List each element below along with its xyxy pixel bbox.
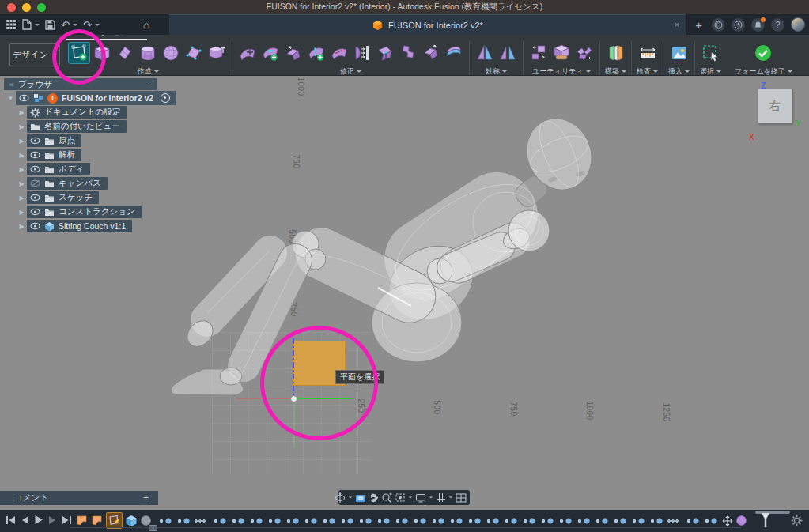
eye-off-icon[interactable] xyxy=(30,179,40,187)
chevron-right-icon[interactable]: ▶ xyxy=(17,166,27,173)
chevron-right-icon[interactable]: ▶ xyxy=(17,223,27,230)
look-at-icon[interactable] xyxy=(355,493,366,503)
canvas-feature-icon[interactable] xyxy=(76,515,89,526)
document-tab[interactable]: FUISON for Interior2 v2* xyxy=(169,14,686,35)
quadball-icon[interactable] xyxy=(183,43,204,63)
timeline-track[interactable] xyxy=(70,527,741,528)
fit-icon[interactable] xyxy=(395,492,406,503)
form-feature-selected[interactable] xyxy=(106,512,123,529)
collapse-panel-icon[interactable]: « xyxy=(9,81,13,89)
timeline-feature-dots[interactable] xyxy=(157,514,720,528)
mirror-internal-icon[interactable] xyxy=(474,43,495,63)
redo-icon[interactable]: ↷ xyxy=(83,20,92,30)
thicken-icon[interactable] xyxy=(444,43,464,63)
insert-edge-icon[interactable] xyxy=(306,43,327,63)
group-utilities-label[interactable]: ユーティリティ xyxy=(532,66,590,77)
new-tab-button[interactable]: + xyxy=(695,18,702,32)
chevron-right-icon[interactable]: ▶ xyxy=(17,180,27,187)
edit-form-icon[interactable] xyxy=(237,43,258,63)
undo-caret[interactable] xyxy=(73,24,77,26)
recent-clock-icon[interactable] xyxy=(732,18,745,32)
mirror-duplicate-icon[interactable] xyxy=(497,43,518,63)
browser-item-bodies[interactable]: ▶ ボディ xyxy=(17,163,176,175)
measure-icon[interactable] xyxy=(637,43,658,63)
body-feature-icon[interactable] xyxy=(125,515,138,527)
chevron-right-icon[interactable]: ▶ xyxy=(17,209,27,216)
skip-end-icon[interactable] xyxy=(62,515,72,525)
group-inspect-label[interactable]: 検査 xyxy=(637,66,658,77)
comment-bar[interactable]: コメント + xyxy=(0,491,158,505)
bridge-icon[interactable] xyxy=(398,43,418,63)
subdivide-icon[interactable] xyxy=(329,43,350,63)
browser-root-row[interactable]: ▼ ! FUISON for Interior2 v2 xyxy=(4,92,176,104)
play-icon[interactable] xyxy=(34,515,43,525)
finish-form-icon[interactable] xyxy=(753,43,773,63)
collapsed-features-icon[interactable] xyxy=(665,514,682,528)
grid-settings-caret[interactable] xyxy=(449,496,453,498)
chevron-right-icon[interactable]: ▶ xyxy=(17,123,27,130)
cylinder-icon[interactable] xyxy=(138,43,158,63)
browser-item-document-settings[interactable]: ▶ ドキュメントの設定 xyxy=(17,106,176,119)
timeline-settings-gear-icon[interactable] xyxy=(791,515,803,526)
collapsed-features-icon[interactable] xyxy=(192,514,210,528)
group-select-label[interactable]: 選択 xyxy=(700,66,721,77)
select-icon[interactable] xyxy=(701,43,721,63)
finish-form-label[interactable]: フォームを終了 xyxy=(735,66,792,77)
undo-icon[interactable]: ↶ xyxy=(61,20,70,30)
user-avatar[interactable] xyxy=(791,17,805,32)
group-create-label[interactable]: 作成 xyxy=(138,66,159,77)
add-comment-button[interactable]: + xyxy=(143,492,149,504)
crease-icon[interactable] xyxy=(283,43,304,63)
convert-icon[interactable] xyxy=(528,43,549,63)
eye-icon[interactable] xyxy=(30,137,40,145)
group-symmetry-label[interactable]: 対称 xyxy=(486,66,507,77)
eye-icon[interactable] xyxy=(30,194,40,202)
browser-item-sketches[interactable]: ▶ スケッチ xyxy=(17,191,176,204)
redo-caret[interactable] xyxy=(95,24,100,26)
eye-icon[interactable] xyxy=(30,151,40,159)
step-forward-icon[interactable] xyxy=(48,515,57,525)
chevron-right-icon[interactable]: ▶ xyxy=(17,152,27,159)
skip-start-icon[interactable] xyxy=(6,515,16,525)
orbit-icon[interactable] xyxy=(335,492,346,504)
orbit-caret[interactable] xyxy=(349,496,353,498)
form-sphere-feature-icon[interactable] xyxy=(735,515,747,526)
pan-hand-icon[interactable] xyxy=(369,492,379,503)
app-grid-icon[interactable] xyxy=(6,19,17,30)
timeline-position-handle[interactable] xyxy=(149,525,157,531)
warning-icon[interactable]: ! xyxy=(47,93,58,104)
move-feature-icon[interactable] xyxy=(722,515,733,526)
insert-image-icon[interactable] xyxy=(669,43,690,63)
help-icon[interactable]: ? xyxy=(771,18,784,32)
eye-icon[interactable] xyxy=(19,94,29,102)
viewports-icon[interactable] xyxy=(456,493,467,503)
browser-item-named-views[interactable]: ▶ 名前の付いたビュー xyxy=(17,120,176,133)
fit-caret[interactable] xyxy=(409,496,413,498)
flatten-icon[interactable] xyxy=(352,43,372,63)
viewports-caret[interactable] xyxy=(470,496,474,498)
construct-plane-icon[interactable] xyxy=(606,43,626,63)
sphere-icon[interactable] xyxy=(161,43,181,63)
browser-item-sitting-couch[interactable]: ▶ Sitting Couch v1:1 xyxy=(17,220,176,232)
pull-icon[interactable] xyxy=(375,43,395,63)
new-file-caret[interactable] xyxy=(35,24,40,26)
display-settings-caret[interactable] xyxy=(429,496,433,498)
browser-item-origin[interactable]: ▶ 原点 xyxy=(17,134,176,147)
close-tab-icon[interactable]: × xyxy=(671,19,682,30)
new-file-icon[interactable] xyxy=(22,19,32,30)
eye-icon[interactable] xyxy=(30,208,40,216)
chevron-right-icon[interactable]: ▶ xyxy=(17,138,27,145)
group-modify-label[interactable]: 修正 xyxy=(340,66,361,77)
minimize-panel-icon[interactable]: − xyxy=(146,80,151,89)
group-construct-label[interactable]: 構築 xyxy=(605,66,626,77)
zoom-icon[interactable] xyxy=(381,492,392,504)
insert-point-icon[interactable] xyxy=(260,43,281,63)
viewport-canvas[interactable]: 1000 750 500 250 250 500 750 1000 1250 xyxy=(0,76,809,510)
eye-icon[interactable] xyxy=(30,165,40,173)
view-cube[interactable]: 右 xyxy=(758,89,792,123)
browser-item-analysis[interactable]: ▶ 解析 xyxy=(17,149,176,161)
grid-settings-icon[interactable] xyxy=(436,492,446,503)
browser-item-canvases[interactable]: ▶ キャンバス xyxy=(17,177,176,190)
save-icon[interactable] xyxy=(45,20,55,30)
display-settings-icon[interactable] xyxy=(415,493,426,503)
